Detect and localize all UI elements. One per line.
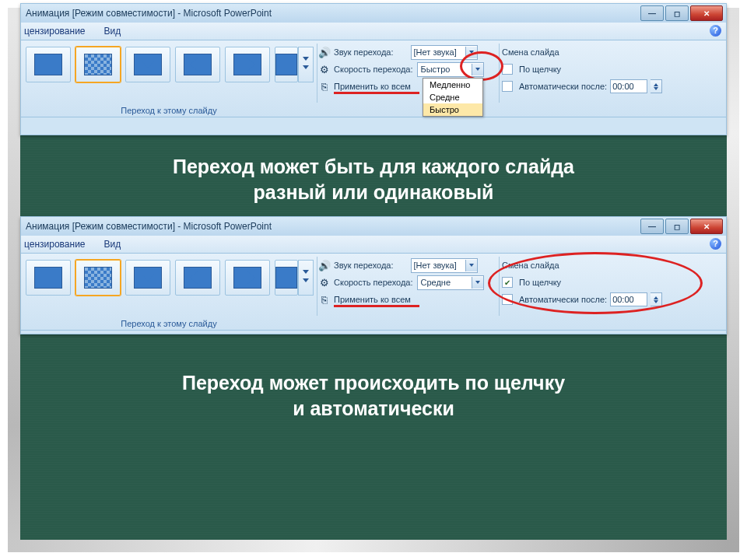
caption-2: Переход может происходить по щелчку и ав… xyxy=(20,370,727,421)
menu-view[interactable]: Вид xyxy=(104,26,121,37)
onclick-label: По щелчку xyxy=(519,278,561,287)
transition-thumb[interactable] xyxy=(175,260,220,296)
transition-thumb[interactable] xyxy=(125,47,170,82)
annotation-underline xyxy=(334,305,419,307)
transition-thumb[interactable] xyxy=(26,47,71,82)
transition-thumb[interactable] xyxy=(225,47,270,82)
transition-thumb[interactable] xyxy=(26,260,71,296)
transition-thumb[interactable] xyxy=(75,47,121,82)
transition-thumb[interactable] xyxy=(125,260,170,296)
ribbon: 🔊 Звук перехода: [Нет звука] ⚙ Скорость … xyxy=(21,254,726,331)
screenshot-2: Анимация [Режим совместимости] - Microso… xyxy=(20,216,727,334)
auto-time-field[interactable]: 00:00 xyxy=(610,79,647,93)
apply-all-button[interactable]: Применить ко всем xyxy=(334,295,411,304)
titlebar: Анимация [Режим совместимости] - Microso… xyxy=(21,217,726,236)
menubar: цензирование Вид ? xyxy=(21,236,726,254)
group-label: Переход к этому слайду xyxy=(21,319,317,328)
dropdown-item[interactable]: Медленно xyxy=(423,79,482,91)
close-button[interactable]: ✕ xyxy=(690,219,723,234)
window-title: Анимация [Режим совместимости] - Microso… xyxy=(26,8,272,19)
advance-slide-group: Смена слайда ✔По щелчку Автоматически по… xyxy=(502,257,662,308)
transition-options: 🔊 Звук перехода: [Нет звука] ⚙ Скорость … xyxy=(318,257,484,308)
ribbon: 🔊 Звук перехода: [Нет звука] ⚙ Скорость … xyxy=(21,40,726,117)
auto-checkbox[interactable] xyxy=(502,294,513,305)
menu-review[interactable]: цензирование xyxy=(24,26,86,37)
onclick-label: По щелчку xyxy=(519,65,561,74)
transition-thumb[interactable] xyxy=(175,47,220,82)
auto-checkbox[interactable] xyxy=(502,81,513,92)
apply-all-icon: ⎘ xyxy=(318,293,331,306)
dropdown-item[interactable]: Быстро xyxy=(423,103,482,116)
advance-heading: Смена слайда xyxy=(502,261,559,270)
auto-time-field[interactable]: 00:00 xyxy=(610,292,647,306)
speed-combo[interactable]: Средне xyxy=(417,275,484,290)
time-spinner[interactable] xyxy=(651,292,662,306)
sound-combo[interactable]: [Нет звука] xyxy=(411,45,478,60)
transition-gallery xyxy=(26,47,298,82)
group-label: Переход к этому слайду xyxy=(21,106,317,115)
window-title: Анимация [Режим совместимости] - Microso… xyxy=(26,221,272,232)
speed-label: Скорость перехода: xyxy=(334,65,412,74)
separator xyxy=(499,44,500,103)
transition-thumb[interactable] xyxy=(225,260,270,296)
transition-thumb[interactable] xyxy=(275,260,298,296)
caption-1: Переход может быть для каждого слайда ра… xyxy=(20,154,727,205)
speed-icon: ⚙ xyxy=(318,63,331,75)
maximize-button[interactable]: ◻ xyxy=(665,5,689,21)
menu-review[interactable]: цензирование xyxy=(24,239,86,250)
onclick-checkbox[interactable] xyxy=(502,64,513,75)
gallery-more-button[interactable] xyxy=(298,260,314,296)
speed-combo[interactable]: Быстро xyxy=(417,62,484,77)
transition-thumb[interactable] xyxy=(275,47,298,82)
speed-label: Скорость перехода: xyxy=(334,278,412,287)
sound-combo[interactable]: [Нет звука] xyxy=(411,258,478,273)
menubar: цензирование Вид ? xyxy=(21,23,726,40)
dropdown-item[interactable]: Средне xyxy=(423,91,482,103)
speed-icon: ⚙ xyxy=(318,276,331,289)
titlebar: Анимация [Режим совместимости] - Microso… xyxy=(21,4,726,23)
gallery-more-button[interactable] xyxy=(298,47,314,82)
separator xyxy=(499,257,500,316)
onclick-checkbox[interactable]: ✔ xyxy=(502,277,513,288)
help-icon[interactable]: ? xyxy=(710,25,721,37)
speed-dropdown: Медленно Средне Быстро xyxy=(423,78,483,117)
sound-icon: 🔊 xyxy=(318,46,331,58)
close-button[interactable]: ✕ xyxy=(690,5,723,21)
separator xyxy=(317,257,317,316)
apply-all-button[interactable]: Применить ко всем xyxy=(334,82,411,91)
sound-label: Звук перехода: xyxy=(334,261,394,270)
minimize-button[interactable]: — xyxy=(640,219,664,234)
menu-view[interactable]: Вид xyxy=(104,239,121,250)
sound-label: Звук перехода: xyxy=(334,47,394,57)
auto-label: Автоматически после: xyxy=(519,295,607,304)
sound-icon: 🔊 xyxy=(318,259,331,271)
screenshot-1: Анимация [Режим совместимости] - Microso… xyxy=(20,3,727,135)
apply-all-icon: ⎘ xyxy=(318,80,331,93)
annotation-underline xyxy=(334,92,419,94)
separator xyxy=(317,44,317,103)
maximize-button[interactable]: ◻ xyxy=(665,219,689,234)
advance-slide-group: Смена слайда По щелчку Автоматически пос… xyxy=(502,44,662,95)
time-spinner[interactable] xyxy=(651,79,662,93)
advance-heading: Смена слайда xyxy=(502,47,559,57)
help-icon[interactable]: ? xyxy=(710,238,721,250)
transition-thumb[interactable] xyxy=(75,260,121,296)
minimize-button[interactable]: — xyxy=(640,5,664,21)
auto-label: Автоматически после: xyxy=(519,82,607,91)
transition-gallery xyxy=(26,260,298,296)
